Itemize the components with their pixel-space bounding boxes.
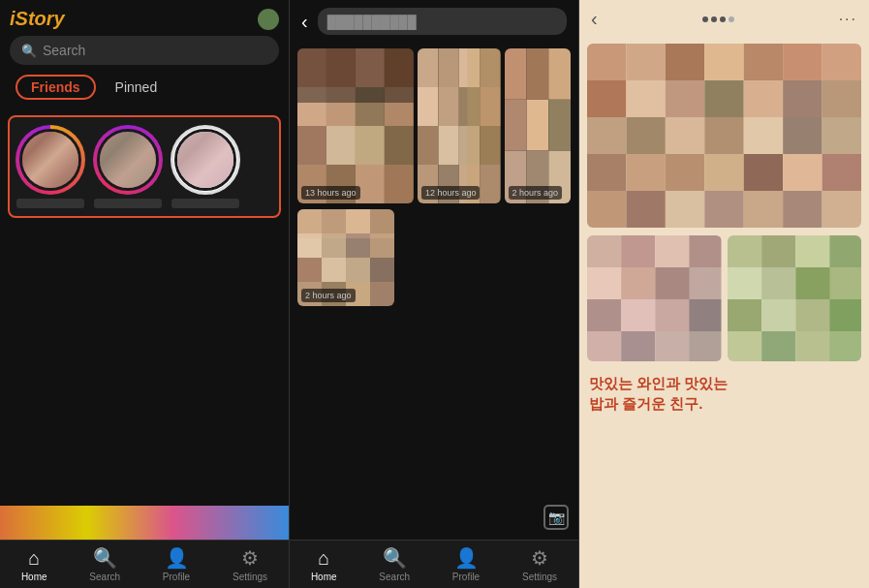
panel2-header: ‹ ██████████ [290, 0, 578, 43]
svg-rect-84 [704, 154, 743, 191]
bottom-nav-panel2: ⌂ Home 🔍 Search 👤 Profile ⚙ Settings [290, 540, 578, 588]
back-button-p2[interactable]: ‹ [301, 11, 308, 33]
svg-rect-87 [822, 154, 861, 191]
svg-rect-21 [418, 87, 438, 126]
timestamp-3: 2 hours ago [509, 186, 563, 200]
timestamp-1: 13 hours ago [301, 186, 360, 200]
nav-settings[interactable]: ⚙ Settings [233, 546, 267, 582]
nav-home[interactable]: ⌂ Home [21, 547, 47, 582]
svg-rect-89 [626, 191, 665, 228]
svg-rect-39 [548, 100, 571, 151]
svg-rect-10 [356, 126, 385, 165]
home-icon-p2: ⌂ [318, 547, 329, 570]
story-thumb-3[interactable]: 2 hours ago [505, 48, 572, 203]
more-button[interactable]: ··· [839, 11, 857, 28]
dot-3 [720, 16, 726, 22]
svg-rect-25 [418, 126, 438, 165]
svg-rect-110 [689, 331, 721, 361]
svg-rect-88 [587, 191, 626, 228]
nav-settings-p2[interactable]: ⚙ Settings [522, 546, 557, 582]
panel1-header: iStory 🔍 Search Friends Pinned [0, 0, 289, 108]
nav-search-p2[interactable]: 🔍 Search [379, 546, 410, 582]
story-thumb-1[interactable]: 13 hours ago [297, 48, 414, 203]
svg-rect-18 [438, 48, 458, 87]
story-row-1: 13 hours ago [297, 48, 571, 203]
avatar-image-1 [22, 132, 78, 188]
svg-rect-119 [728, 299, 761, 331]
svg-rect-92 [744, 191, 783, 228]
svg-rect-68 [626, 80, 665, 117]
username-display: ██████████ [327, 15, 417, 29]
svg-rect-75 [626, 117, 665, 154]
svg-rect-94 [822, 191, 861, 228]
nav-profile-p2[interactable]: 👤 Profile [452, 546, 480, 582]
svg-rect-93 [783, 191, 822, 228]
story-thumb-2[interactable]: 12 hours ago [418, 48, 501, 203]
story-thumb-4[interactable]: 2 hours ago [297, 209, 394, 306]
svg-rect-111 [728, 235, 761, 267]
svg-rect-108 [621, 331, 655, 361]
nav-profile[interactable]: 👤 Profile [163, 546, 190, 582]
avatar-image-3 [177, 132, 233, 188]
tab-pinned[interactable]: Pinned [115, 79, 158, 95]
main-story-image [587, 44, 861, 228]
svg-rect-58 [370, 282, 394, 306]
progress-dots [702, 16, 734, 22]
timestamp-4: 2 hours ago [301, 289, 356, 302]
logo-avatar [258, 9, 279, 30]
nav-home-p2[interactable]: ⌂ Home [311, 547, 337, 582]
story-row-2: 2 hours ago [297, 209, 571, 306]
svg-rect-37 [505, 100, 527, 151]
svg-rect-100 [621, 267, 655, 299]
svg-rect-107 [587, 331, 621, 361]
svg-rect-53 [346, 258, 370, 282]
svg-rect-99 [587, 267, 621, 299]
svg-rect-82 [626, 154, 665, 191]
svg-rect-114 [829, 235, 861, 267]
svg-rect-90 [666, 191, 704, 228]
sub-image-1[interactable] [587, 235, 722, 361]
svg-rect-72 [783, 80, 822, 117]
svg-rect-120 [761, 299, 795, 331]
panel3-header: ‹ ··· [579, 0, 869, 38]
bottom-nav-panel1: ⌂ Home 🔍 Search 👤 Profile ⚙ Settings [0, 540, 289, 588]
story-avatar-3 [174, 129, 236, 191]
tab-bar: Friends Pinned [10, 71, 279, 104]
svg-rect-77 [704, 117, 743, 154]
dot-1 [702, 16, 708, 22]
panel-story-detail: ‹ ··· [579, 0, 869, 588]
svg-rect-69 [666, 80, 704, 117]
story-item-3[interactable] [171, 125, 240, 208]
story-item-1[interactable] [16, 125, 85, 208]
svg-rect-124 [761, 331, 795, 361]
search-bar[interactable]: 🔍 Search [10, 36, 279, 65]
nav-search[interactable]: 🔍 Search [89, 546, 120, 582]
camera-icon[interactable]: 📷 [543, 505, 569, 530]
svg-rect-67 [587, 80, 626, 117]
tab-friends[interactable]: Friends [16, 75, 96, 100]
profile-icon: 👤 [165, 546, 189, 570]
svg-rect-9 [326, 126, 356, 165]
story-username-2 [94, 199, 162, 208]
main-image-svg [587, 44, 861, 228]
svg-rect-101 [655, 267, 690, 299]
timestamp-2: 12 hours ago [421, 186, 481, 200]
sub-image-2[interactable] [728, 235, 862, 361]
svg-rect-11 [385, 126, 414, 165]
svg-rect-112 [761, 235, 795, 267]
svg-rect-62 [666, 44, 704, 80]
story-avatar-2 [97, 129, 159, 191]
svg-rect-17 [418, 48, 438, 87]
avatar-image-2 [100, 132, 156, 188]
back-button-p3[interactable]: ‹ [591, 8, 598, 30]
svg-rect-26 [438, 126, 458, 165]
svg-rect-97 [655, 235, 690, 267]
username-bar: ██████████ [318, 8, 567, 35]
sub-image-svg-1 [587, 235, 722, 361]
svg-rect-54 [370, 258, 394, 282]
svg-rect-59 [297, 209, 394, 238]
story-item-2[interactable] [93, 125, 163, 208]
svg-rect-86 [783, 154, 822, 191]
svg-rect-79 [783, 117, 822, 154]
caption-section: 맛있는 와인과 맛있는밥과 즐거운 친구. [587, 369, 861, 418]
